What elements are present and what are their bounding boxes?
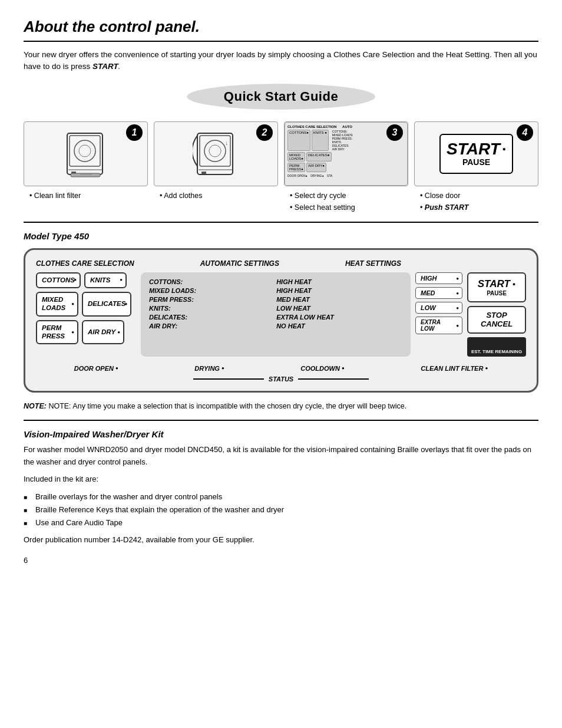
step3-number: 3 [386,124,403,141]
qsg-step-3: 3 CLOTHES CARE SELECTION AUTO COTTONS● K… [284,121,408,213]
btn-delicates[interactable]: DELICATES [82,292,131,317]
start-pause-btn[interactable]: START PAUSE [467,272,526,302]
auto-label-knits: KNITS: [149,305,265,312]
status-center-label: STATUS [269,375,293,383]
pause-label: PAUSE [474,290,519,297]
qsg-step-1: 1 Clean lint filter [24,121,148,202]
vision-item-3: Use and Care Audio Tape [24,516,538,529]
vision-section: Vision-Impaired Washer/Dryer Kit For was… [24,429,538,546]
status-row: STATUS [36,375,526,383]
svg-point-3 [79,145,91,157]
qsg-title: Quick Start Guide [224,89,338,104]
auto-settings-label: AUTOMATIC SETTINGS [200,259,279,268]
status-line-right [298,378,369,380]
section-divider-2 [24,420,538,421]
section-divider-1 [24,222,538,223]
vision-list: Braille overlays for the washer and drye… [24,490,538,529]
step4-pause-label: PAUSE [462,157,490,167]
step4-number: 4 [517,124,533,141]
status-line-left [193,378,264,380]
status-clean-lint: CLEAN LINT FILTER [421,365,488,372]
auto-label-cottons: COTTONS: [149,278,265,285]
vision-item-2: Braille Reference Keys that explain the … [24,503,538,516]
cp-auto-grid: COTTONS: HIGH HEAT MIXED LOADS: HIGH HEA… [149,278,402,330]
auto-label-delicates: DELICATES: [149,314,265,321]
stop-cancel-btn[interactable]: STOPCANCEL [467,306,526,334]
control-panel: CLOTHES CARE SELECTION AUTOMATIC SETTING… [24,248,538,393]
clothes-care-label: CLOTHES CARE SELECTION [36,259,134,268]
auto-value-cottons: HIGH HEAT [276,278,402,285]
svg-point-10 [204,140,226,162]
title-divider [24,41,538,42]
cp-status-items: DOOR OPEN DRYING COOLDOWN CLEAN LINT FIL… [36,363,526,374]
cp-auto-settings: COTTONS: HIGH HEAT MIXED LOADS: HIGH HEA… [141,272,411,357]
btn-med-heat[interactable]: MED [415,287,462,299]
qsg-oval: Quick Start Guide [187,84,375,110]
status-cooldown: COOLDOWN [300,365,344,372]
step2-dryer-svg: ↓ [193,127,240,180]
vision-para1: For washer model WNRD2050 and dryer mode… [24,444,538,469]
auto-value-delicates: EXTRA LOW HEAT [276,314,402,321]
btn-air-dry[interactable]: AIR DRY [82,320,124,345]
svg-rect-13 [201,172,206,174]
step2-caption: Add clothes [154,190,278,202]
btn-extra-low-heat[interactable]: EXTRALOW [415,317,462,334]
vision-order-text: Order publication number 14-D242, availa… [24,534,538,546]
vision-para2: Included in the kit are: [24,473,538,486]
btn-perm-press[interactable]: PERMPRESS [36,320,78,345]
page-number: 6 [24,556,538,565]
step4-start-label: START [447,141,500,157]
btn-knits[interactable]: KNITS [84,272,127,289]
step2-number: 2 [256,124,273,141]
cp-clothes: COTTONS KNITS MIXEDLOADS DELICATES PERMP… [36,272,136,357]
auto-label-mixed: MIXED LOADS: [149,287,265,294]
model-label: Model Type 450 [24,231,538,241]
step4-caption: Close door Push START [414,190,538,213]
status-bar: DOOR OPEN DRYING COOLDOWN CLEAN LINT FIL… [36,363,526,383]
intro-paragraph: Your new dryer offers the convenience of… [24,49,538,73]
page-title: About the control panel. [24,18,538,36]
clothes-row-2: MIXEDLOADS DELICATES [36,292,136,317]
btn-low-heat[interactable]: LOW [415,302,462,314]
auto-label-perm: PERM PRESS: [149,296,265,303]
clothes-row-1: COTTONS KNITS [36,272,136,289]
step1-caption: Clean lint filter [24,190,148,202]
step4-illustration: 4 START ● PAUSE [414,121,538,186]
step1-number: 1 [126,124,143,141]
step3-illustration: 3 CLOTHES CARE SELECTION AUTO COTTONS● K… [284,121,408,186]
cp-main: COTTONS KNITS MIXEDLOADS DELICATES PERMP… [36,272,526,357]
auto-value-knits: LOW HEAT [276,305,402,312]
qsg-step-4: 4 START ● PAUSE Close door Push START [414,121,538,213]
svg-rect-6 [71,173,100,177]
step1-dryer-svg [62,127,110,180]
est-time-display: EST. TIME REMAINING [467,337,526,357]
cp-top-labels: CLOTHES CARE SELECTION AUTOMATIC SETTING… [36,259,526,268]
status-drying: DRYING [194,365,224,372]
note-text: NOTE: NOTE: Any time you make a selectio… [24,401,538,412]
qsg-step-2: 2 ↓ Add clothes [154,121,278,202]
svg-rect-0 [67,133,103,174]
auto-value-perm: MED HEAT [276,296,402,303]
svg-text:↓: ↓ [225,140,228,146]
status-door-open: DOOR OPEN [74,365,118,372]
step3-caption: Select dry cycle Select heat setting [284,190,408,213]
auto-label-airdry: AIR DRY: [149,322,265,330]
svg-point-11 [209,145,221,157]
vision-title: Vision-Impaired Washer/Dryer Kit [24,429,538,439]
auto-value-airdry: NO HEAT [276,322,402,330]
start-label: START [474,278,519,290]
btn-cottons[interactable]: COTTONS [36,272,81,289]
heat-settings-label: HEAT SETTINGS [345,259,401,268]
qsg-steps: 1 Clean lint filter 2 [24,121,538,213]
btn-high-heat[interactable]: HIGH [415,272,462,284]
cp-heat-settings: HIGH MED LOW EXTRALOW [415,272,462,357]
auto-value-mixed: HIGH HEAT [276,287,402,294]
btn-mixed-loads[interactable]: MIXEDLOADS [36,292,78,317]
step1-illustration: 1 [24,121,148,186]
quick-start-guide: Quick Start Guide [24,84,538,116]
vision-item-1: Braille overlays for the washer and drye… [24,490,538,503]
step2-illustration: 2 ↓ [154,121,278,186]
step4-start-box: START ● PAUSE [439,134,513,174]
svg-point-2 [74,140,95,162]
clothes-row-3: PERMPRESS AIR DRY [36,320,136,345]
